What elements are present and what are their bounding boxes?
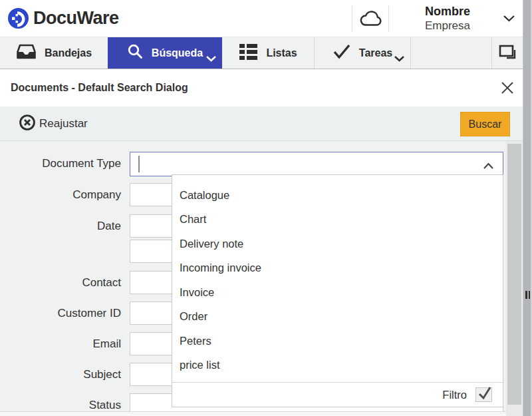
search-form: Document Type Company Date Contact Custo… — [0, 141, 523, 411]
search-dialog-toolbar: Reajustar Buscar — [0, 106, 523, 141]
docuware-logo-icon — [8, 8, 29, 29]
dropdown-item-delivery-note[interactable]: Delivery note — [172, 232, 503, 256]
field-label-company: Company — [0, 183, 121, 206]
tab-label: Búsqueda — [152, 47, 203, 59]
chevron-down-icon[interactable] — [503, 13, 515, 25]
brand-title: DocuWare — [33, 0, 119, 37]
tab-bar-spacer — [411, 37, 492, 69]
field-label-customer-id: Customer ID — [0, 302, 121, 325]
circle-x-icon — [19, 114, 36, 134]
cloud-icon[interactable] — [359, 10, 383, 28]
dialog-header: Documents - Default Search Dialog — [0, 69, 523, 106]
panel-splitter[interactable] — [523, 0, 532, 416]
dropdown-item-order[interactable]: Order — [172, 305, 503, 329]
dropdown-item-catalogue[interactable]: Catalogue — [172, 183, 503, 208]
dialog-title: Documents - Default Search Dialog — [11, 69, 188, 106]
chevron-down-icon — [394, 53, 405, 65]
reset-label: Reajustar — [39, 117, 88, 130]
divider — [388, 5, 389, 32]
inbox-icon — [16, 43, 37, 63]
field-label-document-type: Document Type — [0, 152, 121, 175]
docuware-app: DocuWare Nombre Empresa Ban — [0, 0, 532, 416]
detach-window-button[interactable] — [492, 37, 523, 69]
tab-tareas[interactable]: Tareas — [315, 37, 411, 69]
user-name: Nombre — [398, 5, 497, 19]
user-company: Empresa — [398, 19, 497, 33]
dropdown-item-price-list[interactable]: price list — [172, 353, 503, 378]
reset-button[interactable]: Reajustar — [19, 106, 88, 140]
chevron-down-icon — [205, 53, 217, 65]
search-icon — [127, 43, 144, 63]
tab-bandejas[interactable]: Bandejas — [0, 37, 108, 69]
search-button[interactable]: Buscar — [460, 112, 510, 136]
tab-busqueda-active[interactable]: Búsqueda — [108, 37, 222, 69]
text-caret — [138, 156, 140, 172]
filter-checkbox[interactable] — [475, 387, 492, 402]
tab-label: Tareas — [359, 47, 392, 59]
field-label-email: Email — [0, 332, 121, 355]
field-label-status: Status — [0, 393, 121, 411]
bottom-edge — [0, 411, 523, 416]
splitter-grip-icon — [525, 291, 530, 299]
user-menu[interactable]: Nombre Empresa — [398, 5, 497, 33]
document-type-dropdown: Catalogue Chart Delivery note Incoming i… — [172, 174, 503, 407]
tab-label: Listas — [266, 47, 297, 59]
top-bar: DocuWare Nombre Empresa — [0, 0, 523, 37]
dropdown-item-peters[interactable]: Peters — [172, 329, 503, 353]
close-icon[interactable] — [500, 81, 515, 95]
document-type-input[interactable] — [130, 152, 503, 176]
check-icon — [332, 44, 351, 62]
vertical-scrollbar[interactable] — [506, 141, 523, 416]
filter-label: Filtro — [442, 389, 467, 401]
field-label-subject: Subject — [0, 363, 121, 386]
list-icon — [239, 43, 258, 63]
main-nav: Bandejas Búsqueda — [0, 37, 523, 69]
window-restore-icon — [498, 43, 517, 63]
filter-row: Filtro — [172, 382, 503, 407]
field-label-date: Date — [0, 214, 121, 238]
tab-listas[interactable]: Listas — [222, 37, 315, 69]
dropdown-item-chart[interactable]: Chart — [172, 208, 503, 232]
dropdown-item-invoice[interactable]: Invoice — [172, 280, 503, 305]
chevron-up-icon[interactable] — [483, 160, 494, 172]
scrollbar-thumb[interactable] — [507, 144, 521, 405]
dropdown-item-incoming-invoice[interactable]: Incoming invoice — [172, 256, 503, 281]
tab-label: Bandejas — [45, 47, 92, 59]
divider — [352, 5, 352, 32]
field-label-contact: Contact — [0, 271, 121, 294]
